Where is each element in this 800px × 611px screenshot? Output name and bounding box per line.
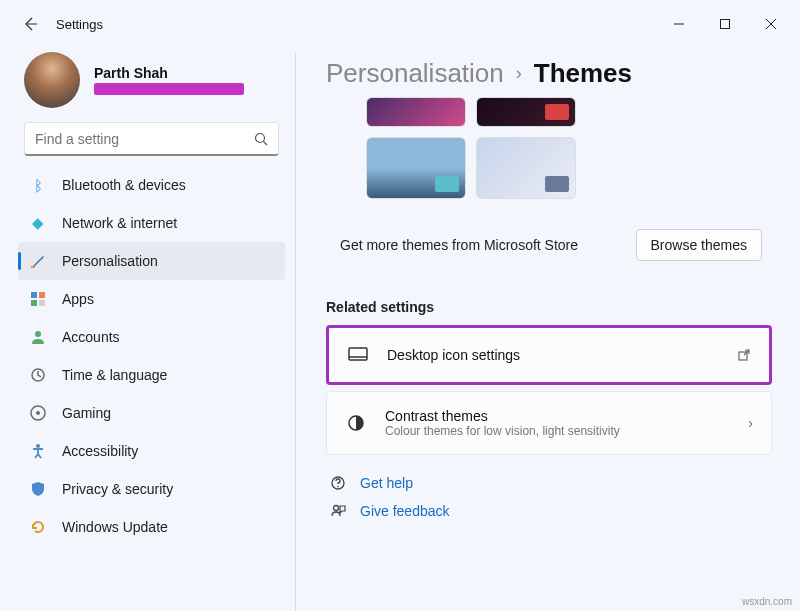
back-button[interactable] bbox=[14, 8, 46, 40]
svg-rect-14 bbox=[349, 348, 367, 360]
watermark: wsxdn.com bbox=[742, 596, 792, 607]
gaming-icon bbox=[28, 403, 48, 423]
store-text: Get more themes from Microsoft Store bbox=[340, 236, 578, 254]
update-icon bbox=[28, 517, 48, 537]
apps-icon bbox=[28, 289, 48, 309]
bluetooth-icon: ᛒ bbox=[28, 175, 48, 195]
divider bbox=[295, 52, 296, 611]
help-icon bbox=[330, 475, 348, 491]
svg-point-2 bbox=[256, 133, 265, 142]
avatar bbox=[24, 52, 80, 108]
theme-thumbnails-row2 bbox=[366, 137, 772, 199]
give-feedback-link[interactable]: Give feedback bbox=[326, 497, 772, 525]
external-link-icon bbox=[737, 348, 751, 362]
profile-email-redacted bbox=[94, 83, 244, 95]
sidebar-item-network[interactable]: ◆Network & internet bbox=[18, 204, 285, 242]
svg-rect-6 bbox=[39, 292, 45, 298]
sidebar-item-privacy[interactable]: Privacy & security bbox=[18, 470, 285, 508]
svg-rect-8 bbox=[39, 300, 45, 306]
minimize-button[interactable] bbox=[656, 8, 702, 40]
svg-rect-7 bbox=[31, 300, 37, 306]
brush-icon bbox=[28, 251, 48, 271]
theme-thumbnail[interactable] bbox=[476, 137, 576, 199]
sidebar-item-accessibility[interactable]: Accessibility bbox=[18, 432, 285, 470]
sidebar-item-gaming[interactable]: Gaming bbox=[18, 394, 285, 432]
svg-line-3 bbox=[264, 141, 268, 145]
sidebar-item-apps[interactable]: Apps bbox=[18, 280, 285, 318]
svg-point-12 bbox=[36, 411, 40, 415]
search-icon bbox=[254, 132, 268, 146]
theme-thumbnail[interactable] bbox=[366, 137, 466, 199]
svg-point-19 bbox=[337, 486, 339, 488]
window-controls bbox=[656, 8, 794, 40]
search-box[interactable] bbox=[24, 122, 279, 156]
page-title: Themes bbox=[534, 58, 632, 89]
get-help-link[interactable]: Get help bbox=[326, 469, 772, 497]
svg-point-20 bbox=[334, 506, 339, 511]
theme-thumbnail[interactable] bbox=[476, 97, 576, 127]
svg-rect-4 bbox=[31, 266, 35, 268]
content-area: Personalisation › Themes Get more themes… bbox=[304, 48, 800, 611]
svg-rect-1 bbox=[721, 20, 730, 29]
browse-themes-button[interactable]: Browse themes bbox=[636, 229, 762, 261]
maximize-button[interactable] bbox=[702, 8, 748, 40]
svg-rect-5 bbox=[31, 292, 37, 298]
sidebar-item-bluetooth[interactable]: ᛒBluetooth & devices bbox=[18, 166, 285, 204]
shield-icon bbox=[28, 479, 48, 499]
chevron-right-icon: › bbox=[748, 415, 753, 431]
theme-thumbnails-row1 bbox=[366, 97, 772, 127]
sidebar-item-accounts[interactable]: Accounts bbox=[18, 318, 285, 356]
close-button[interactable] bbox=[748, 8, 794, 40]
person-icon bbox=[28, 327, 48, 347]
titlebar: Settings bbox=[0, 0, 800, 48]
feedback-icon bbox=[330, 503, 348, 519]
card-title: Desktop icon settings bbox=[387, 347, 737, 363]
help-links: Get help Give feedback bbox=[326, 469, 772, 525]
search-input[interactable] bbox=[35, 131, 254, 147]
card-title: Contrast themes bbox=[385, 408, 748, 424]
profile-name: Parth Shah bbox=[94, 65, 244, 81]
contrast-icon bbox=[345, 412, 367, 434]
svg-point-13 bbox=[36, 444, 40, 448]
breadcrumb-parent[interactable]: Personalisation bbox=[326, 58, 504, 89]
profile-block[interactable]: Parth Shah bbox=[24, 52, 285, 108]
contrast-themes-card[interactable]: Contrast themes Colour themes for low vi… bbox=[326, 391, 772, 455]
breadcrumb: Personalisation › Themes bbox=[326, 58, 772, 89]
related-settings-heading: Related settings bbox=[326, 299, 772, 315]
sidebar-item-personalisation[interactable]: Personalisation bbox=[18, 242, 285, 280]
nav-list: ᛒBluetooth & devices ◆Network & internet… bbox=[18, 166, 285, 546]
theme-thumbnail[interactable] bbox=[366, 97, 466, 127]
wifi-icon: ◆ bbox=[28, 213, 48, 233]
desktop-icon-settings-card[interactable]: Desktop icon settings bbox=[326, 325, 772, 385]
accessibility-icon bbox=[28, 441, 48, 461]
sidebar-item-time[interactable]: Time & language bbox=[18, 356, 285, 394]
svg-point-9 bbox=[35, 331, 41, 337]
store-row: Get more themes from Microsoft Store Bro… bbox=[326, 215, 772, 275]
sidebar: Parth Shah ᛒBluetooth & devices ◆Network… bbox=[0, 48, 295, 611]
clock-icon bbox=[28, 365, 48, 385]
card-subtitle: Colour themes for low vision, light sens… bbox=[385, 424, 748, 438]
sidebar-item-update[interactable]: Windows Update bbox=[18, 508, 285, 546]
app-title: Settings bbox=[56, 17, 103, 32]
desktop-icon bbox=[347, 344, 369, 366]
chevron-right-icon: › bbox=[516, 63, 522, 84]
